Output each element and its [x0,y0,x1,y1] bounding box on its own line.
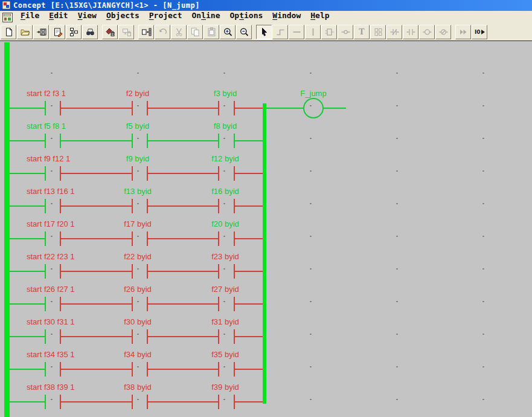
delete-plc-button[interactable] [118,25,134,39]
contact-leg [218,101,219,115]
no-contact-button[interactable] [403,25,418,39]
rung-wire [148,205,218,207]
contact-label[interactable]: f26 byid [124,285,152,294]
search-button[interactable] [82,25,98,39]
contact-label[interactable]: f23 byid [211,252,239,261]
contact-label[interactable]: f39 byid [211,383,239,392]
contact-label[interactable]: start f26 f27 1 [27,285,75,294]
tree-icon [69,27,79,37]
ladder-editor-canvas[interactable]: start f2 f3 1f2 byidf3 byidstart f5 f8 1… [0,41,532,417]
contact-label[interactable]: f2 byid [126,89,149,98]
menu-online[interactable]: Online [187,11,225,20]
contact-leg [132,199,133,213]
cursor-arrow-icon [259,27,269,37]
toolbar-separator [98,25,101,38]
contact-label[interactable]: start f34 f35 1 [27,350,75,359]
contact-label[interactable]: f27 byid [211,285,239,294]
rung-wire [61,271,132,272]
letter-t-icon: T [359,28,364,36]
contact-label[interactable]: start f38 f39 1 [27,383,75,392]
node-tool-button[interactable] [338,25,353,39]
coil-button[interactable] [419,25,435,39]
cut-button[interactable] [171,25,187,39]
nc-contact-button[interactable] [386,25,402,39]
menu-edit[interactable]: Edit [44,11,72,20]
rung-wire [148,303,218,305]
function-block-button[interactable] [321,25,337,39]
coil[interactable] [303,98,324,118]
copy-button[interactable] [187,25,203,39]
rung-wire [10,401,45,402]
contact-no-icon [406,27,416,37]
zoom-out-button[interactable] [236,25,252,39]
contact-label[interactable]: f22 byid [124,252,152,261]
document-window-icon[interactable] [2,13,13,22]
contact-label[interactable]: f31 byid [211,317,239,326]
branch-tool-button[interactable] [272,25,288,39]
toolbar: TI0 [0,24,532,42]
floppy-module-icon [141,27,152,37]
undo-button[interactable] [155,25,170,39]
menu-bar-items: FileEditViewObjectsProjectOnlineOptionsW… [16,11,335,24]
rung-wire [235,173,263,174]
menu-project[interactable]: Project [144,11,187,20]
contact-label[interactable]: start f9 f12 1 [27,154,70,163]
save-button[interactable] [33,25,49,39]
menu-view[interactable]: View [73,11,101,20]
clear-plc-button[interactable] [102,25,118,39]
open-button[interactable] [17,25,33,39]
ffb-selection-button[interactable] [370,25,386,39]
contact-label[interactable]: f3 byid [214,89,237,98]
document-properties-button[interactable] [50,25,65,39]
contact-label[interactable]: f30 byid [124,317,152,326]
h-line-icon [292,27,302,37]
contact-label[interactable]: f9 byid [126,154,149,163]
menu-help[interactable]: Help [306,11,334,20]
contact-label[interactable]: f12 byid [211,154,239,163]
contact-label[interactable]: f34 byid [124,350,152,359]
rung-wire [148,271,218,272]
start-animation-button[interactable]: I0 [472,25,487,39]
download-plc-button[interactable] [138,25,154,39]
paste-button[interactable] [204,25,219,39]
contact-label[interactable]: start f30 f31 1 [27,317,75,326]
contact-label[interactable]: start f2 f3 1 [27,89,66,98]
rung-wire [235,336,263,337]
new-button[interactable] [1,25,16,39]
zoom-in-button[interactable] [220,25,236,39]
contact-label[interactable]: f8 byid [214,121,237,131]
contact-leg [45,231,46,246]
select-mode-button[interactable] [256,25,272,39]
menu-objects[interactable]: Objects [101,11,144,20]
contact-label[interactable]: f35 byid [211,350,239,359]
project-browser-button[interactable] [66,25,82,39]
horizontal-link-button[interactable] [289,25,304,39]
rung-wire [148,336,218,337]
contact-label[interactable]: start f22 f23 1 [27,252,75,261]
contact-label[interactable]: start f5 f8 1 [27,121,66,131]
negated-coil-button[interactable] [435,25,451,39]
menu-options[interactable]: Options [225,11,268,20]
wire-node-icon [341,27,351,37]
undo-arrow-icon [158,27,168,37]
contact-leg [218,134,219,148]
contact-label[interactable]: f16 byid [211,187,239,196]
contact-label[interactable]: f20 byid [211,219,239,228]
rung-wire [61,140,132,141]
text-tool-button[interactable]: T [354,25,370,39]
menu-file[interactable]: File [16,11,44,20]
vertical-link-button[interactable] [305,25,321,39]
eraser-trash-icon [105,27,115,37]
go-on-button[interactable] [455,25,471,39]
contact-label[interactable]: f13 byid [124,187,152,196]
contact-label[interactable]: f17 byid [124,219,152,228]
contact-label[interactable]: start f17 f20 1 [27,219,75,228]
rung-wire [10,271,45,272]
rung-wire [61,336,132,337]
contact-leg [218,329,219,344]
menu-window[interactable]: Window [268,11,306,20]
contact-label[interactable]: f5 byid [126,121,149,131]
coil-label[interactable]: F_jump [300,89,326,98]
contact-label[interactable]: f38 byid [124,383,152,392]
contact-label[interactable]: start f13 f16 1 [27,187,75,196]
